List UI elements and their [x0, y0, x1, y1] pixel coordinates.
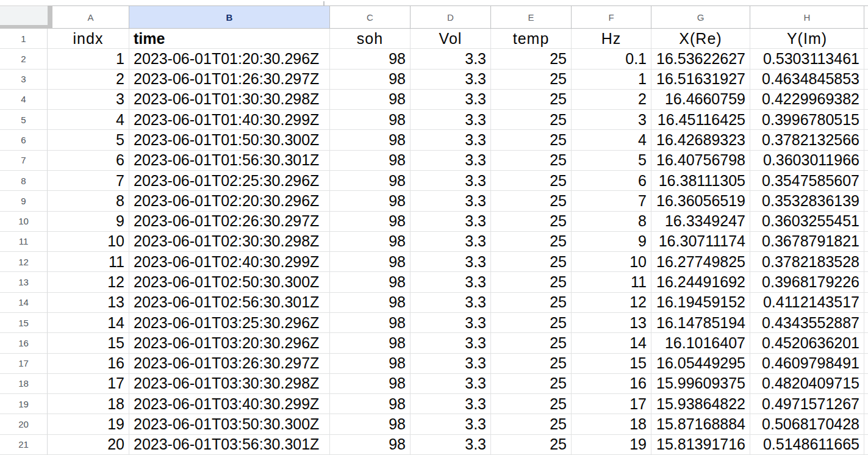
- row-header-3[interactable]: 3: [0, 70, 48, 90]
- cell-H9[interactable]: 0.3532836139: [750, 191, 864, 211]
- cell-A21[interactable]: 20: [48, 435, 129, 455]
- cell-H1[interactable]: Y(Im): [750, 29, 864, 49]
- cell-F17[interactable]: 15: [572, 354, 651, 374]
- cell-E21[interactable]: 25: [491, 435, 572, 455]
- column-header-e[interactable]: E: [491, 5, 572, 29]
- cell-D20[interactable]: 3.3: [411, 414, 491, 434]
- row-header-17[interactable]: 17: [0, 354, 48, 374]
- cell-G3[interactable]: 16.51631927: [651, 70, 750, 90]
- row-header-14[interactable]: 14: [0, 293, 48, 313]
- row-header-6[interactable]: 6: [0, 130, 48, 150]
- cell-C19[interactable]: 98: [330, 394, 411, 414]
- cell-A7[interactable]: 6: [48, 151, 129, 171]
- cell-H12[interactable]: 0.3782183528: [750, 252, 864, 272]
- cell-C13[interactable]: 98: [330, 272, 411, 292]
- cell-G18[interactable]: 15.99609375: [651, 374, 750, 394]
- cell-E5[interactable]: 25: [491, 110, 572, 130]
- column-header-c[interactable]: C: [330, 5, 411, 29]
- cell-F11[interactable]: 9: [572, 232, 651, 252]
- cell-G16[interactable]: 16.1016407: [651, 333, 750, 353]
- cell-E18[interactable]: 25: [491, 374, 572, 394]
- cell-A4[interactable]: 3: [48, 90, 129, 110]
- cell-A1[interactable]: indx: [48, 29, 129, 49]
- cell-D4[interactable]: 3.3: [411, 90, 491, 110]
- cell-F10[interactable]: 8: [572, 212, 651, 232]
- cell-E19[interactable]: 25: [491, 394, 572, 414]
- cell-C20[interactable]: 98: [330, 414, 411, 434]
- cell-G11[interactable]: 16.30711174: [651, 232, 750, 252]
- cell-G21[interactable]: 15.81391716: [651, 435, 750, 455]
- cell-F19[interactable]: 17: [572, 394, 651, 414]
- cell-D2[interactable]: 3.3: [411, 49, 491, 69]
- cell-F12[interactable]: 10: [572, 252, 651, 272]
- cell-B6[interactable]: 2023-06-01T01:50:30.300Z: [129, 130, 330, 150]
- cell-F2[interactable]: 0.1: [572, 49, 651, 69]
- cell-G6[interactable]: 16.42689323: [651, 130, 750, 150]
- cell-C14[interactable]: 98: [330, 293, 411, 313]
- cell-H5[interactable]: 0.3996780515: [750, 110, 864, 130]
- cell-E2[interactable]: 25: [491, 49, 572, 69]
- cell-H4[interactable]: 0.4229969382: [750, 90, 864, 110]
- column-header-a[interactable]: A: [52, 5, 129, 29]
- cell-B5[interactable]: 2023-06-01T01:40:30.299Z: [129, 110, 330, 130]
- row-header-12[interactable]: 12: [0, 252, 48, 272]
- cell-B9[interactable]: 2023-06-01T02:20:30.296Z: [129, 191, 330, 211]
- cell-F20[interactable]: 18: [572, 414, 651, 434]
- cell-F15[interactable]: 13: [572, 313, 651, 333]
- cell-A15[interactable]: 14: [48, 313, 129, 333]
- cell-C9[interactable]: 98: [330, 191, 411, 211]
- row-header-7[interactable]: 7: [0, 151, 48, 171]
- cell-E15[interactable]: 25: [491, 313, 572, 333]
- cell-E1[interactable]: temp: [491, 29, 572, 49]
- cell-C1[interactable]: soh: [330, 29, 411, 49]
- column-header-h[interactable]: H: [750, 5, 864, 29]
- cell-F16[interactable]: 14: [572, 333, 651, 353]
- cell-C6[interactable]: 98: [330, 130, 411, 150]
- cell-D8[interactable]: 3.3: [411, 171, 491, 191]
- cell-C16[interactable]: 98: [330, 333, 411, 353]
- cell-H8[interactable]: 0.3547585607: [750, 171, 864, 191]
- cell-A13[interactable]: 12: [48, 272, 129, 292]
- cell-A18[interactable]: 17: [48, 374, 129, 394]
- cell-G4[interactable]: 16.4660759: [651, 90, 750, 110]
- cell-A16[interactable]: 15: [48, 333, 129, 353]
- column-header-g[interactable]: G: [651, 5, 750, 29]
- cell-H19[interactable]: 0.4971571267: [750, 394, 864, 414]
- cell-A11[interactable]: 10: [48, 232, 129, 252]
- cell-C7[interactable]: 98: [330, 151, 411, 171]
- cell-E6[interactable]: 25: [491, 130, 572, 150]
- cell-D17[interactable]: 3.3: [411, 354, 491, 374]
- cell-B14[interactable]: 2023-06-01T02:56:30.301Z: [129, 293, 330, 313]
- cell-D5[interactable]: 3.3: [411, 110, 491, 130]
- row-header-8[interactable]: 8: [0, 171, 48, 191]
- cell-H16[interactable]: 0.4520636201: [750, 333, 864, 353]
- cell-A8[interactable]: 7: [48, 171, 129, 191]
- cell-G19[interactable]: 15.93864822: [651, 394, 750, 414]
- cell-D9[interactable]: 3.3: [411, 191, 491, 211]
- cell-C12[interactable]: 98: [330, 252, 411, 272]
- cell-F14[interactable]: 12: [572, 293, 651, 313]
- cell-G13[interactable]: 16.24491692: [651, 272, 750, 292]
- cell-D21[interactable]: 3.3: [411, 435, 491, 455]
- column-header-d[interactable]: D: [411, 5, 491, 29]
- cell-F9[interactable]: 7: [572, 191, 651, 211]
- cell-G1[interactable]: X(Re): [651, 29, 750, 49]
- row-header-9[interactable]: 9: [0, 191, 48, 211]
- row-header-1[interactable]: 1: [0, 29, 48, 49]
- cell-B21[interactable]: 2023-06-01T03:56:30.301Z: [129, 435, 330, 455]
- row-header-19[interactable]: 19: [0, 394, 48, 414]
- row-header-4[interactable]: 4: [0, 90, 48, 110]
- cell-C17[interactable]: 98: [330, 354, 411, 374]
- cell-E17[interactable]: 25: [491, 354, 572, 374]
- row-header-2[interactable]: 2: [0, 49, 48, 69]
- cell-E3[interactable]: 25: [491, 70, 572, 90]
- cell-E11[interactable]: 25: [491, 232, 572, 252]
- cell-F1[interactable]: Hz: [572, 29, 651, 49]
- row-header-16[interactable]: 16: [0, 333, 48, 353]
- cell-C5[interactable]: 98: [330, 110, 411, 130]
- cell-D1[interactable]: Vol: [411, 29, 491, 49]
- cell-B13[interactable]: 2023-06-01T02:50:30.300Z: [129, 272, 330, 292]
- cell-A5[interactable]: 4: [48, 110, 129, 130]
- select-all-corner[interactable]: [0, 5, 48, 29]
- cell-D7[interactable]: 3.3: [411, 151, 491, 171]
